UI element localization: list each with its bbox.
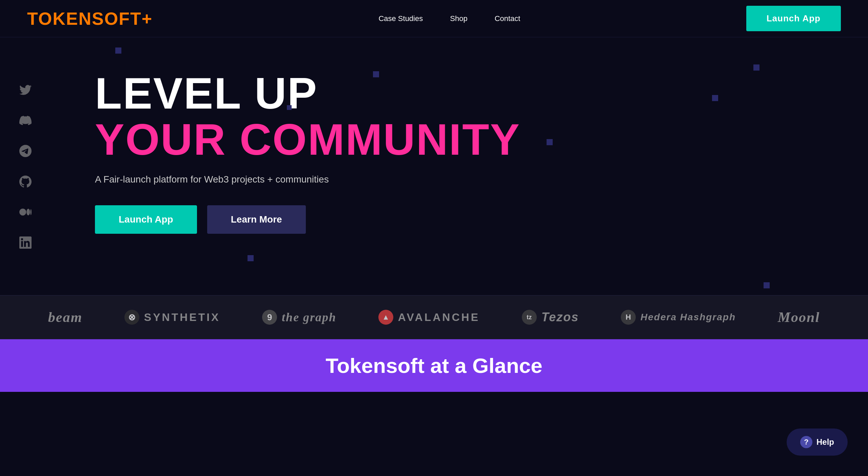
partner-beam-logo: beam: [48, 309, 82, 325]
avalanche-icon: ▲: [378, 310, 393, 325]
help-icon: ?: [800, 436, 812, 448]
nav-shop[interactable]: Shop: [450, 14, 467, 23]
partners-strip: beam ⊗ SYNTHETIX 9 the graph ▲ AVALANCHE…: [0, 295, 868, 339]
bottom-title: Tokensoft at a Glance: [326, 354, 542, 378]
partner-tezos-logo: Tezos: [541, 310, 579, 324]
hero-learn-more-button[interactable]: Learn More: [207, 205, 306, 234]
linkedin-icon[interactable]: [17, 234, 34, 251]
logo: TOKENSOFT+: [27, 8, 153, 29]
hero-description: A Fair-launch platform for Web3 projects…: [95, 174, 868, 185]
social-sidebar: [17, 81, 34, 251]
hero-title-line2: YOUR COMMUNITY: [95, 115, 868, 164]
hero-launch-app-button[interactable]: Launch App: [95, 205, 197, 234]
partner-synthetix: ⊗ SYNTHETIX: [124, 310, 220, 325]
logo-text: TOKENSOFT: [27, 9, 142, 28]
medium-icon[interactable]: [17, 204, 34, 221]
twitter-icon[interactable]: [17, 81, 34, 98]
decorative-dot: [248, 255, 254, 261]
decorative-dot: [753, 64, 760, 71]
tezos-icon: tz: [522, 310, 537, 325]
decorative-dot: [712, 95, 718, 101]
partner-synthetix-logo: SYNTHETIX: [144, 311, 220, 324]
nav-contact[interactable]: Contact: [495, 14, 520, 23]
partner-the-graph: 9 the graph: [262, 310, 336, 325]
hero-title-line1: LEVEL UP: [95, 71, 868, 115]
nav-links: Case Studies Shop Contact: [378, 14, 520, 23]
telegram-icon[interactable]: [17, 142, 34, 159]
help-button[interactable]: ? Help: [787, 429, 848, 456]
logo-dot: +: [142, 9, 153, 28]
hero-content: LEVEL UP YOUR COMMUNITY A Fair-launch pl…: [95, 71, 868, 234]
partner-moonl-logo: Moonl: [778, 309, 820, 325]
nav-launch-app-button[interactable]: Launch App: [746, 6, 841, 31]
bottom-section: Tokensoft at a Glance: [0, 339, 868, 392]
discord-icon[interactable]: [17, 112, 34, 129]
partner-avalanche-logo: AVALANCHE: [398, 311, 480, 324]
partner-hedera-logo: Hedera Hashgraph: [640, 312, 736, 323]
hero-section: LEVEL UP YOUR COMMUNITY A Fair-launch pl…: [0, 37, 868, 295]
decorative-dot: [547, 139, 553, 145]
the-graph-icon: 9: [262, 310, 277, 325]
hedera-icon: H: [621, 310, 636, 325]
partner-avalanche: ▲ AVALANCHE: [378, 310, 480, 325]
decorative-dot: [115, 47, 121, 54]
partner-hedera: H Hedera Hashgraph: [621, 310, 736, 325]
decorative-dot: [287, 105, 292, 110]
partner-the-graph-logo: the graph: [282, 310, 336, 324]
partner-beam: beam: [48, 309, 82, 325]
decorative-dot: [373, 71, 379, 77]
synthetix-icon: ⊗: [124, 310, 139, 325]
help-label: Help: [816, 437, 834, 447]
hero-buttons: Launch App Learn More: [95, 205, 868, 234]
navbar: TOKENSOFT+ Case Studies Shop Contact Lau…: [0, 0, 868, 37]
partner-tezos: tz Tezos: [522, 310, 579, 325]
partner-moonl: Moonl: [778, 309, 820, 325]
github-icon[interactable]: [17, 173, 34, 190]
decorative-dot: [764, 282, 770, 288]
nav-case-studies[interactable]: Case Studies: [378, 14, 423, 23]
